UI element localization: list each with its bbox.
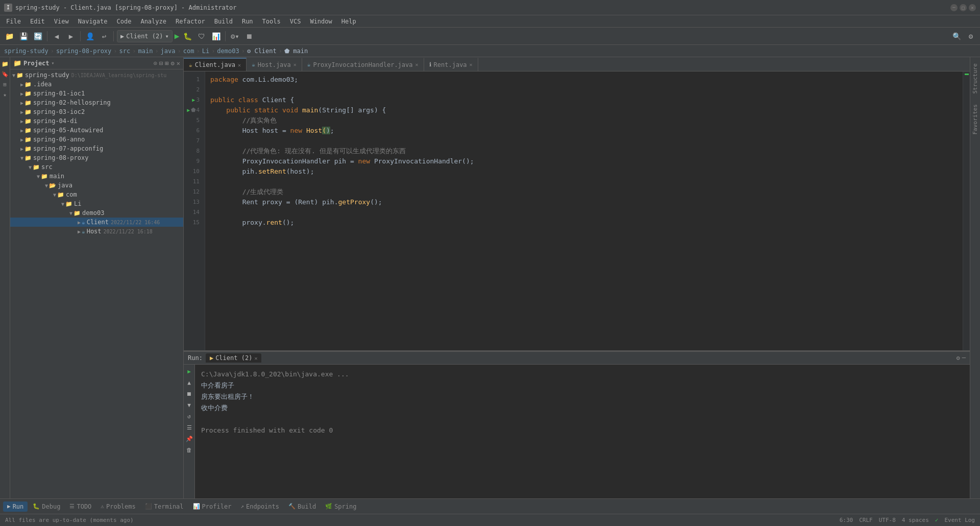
menu-build[interactable]: Build bbox=[210, 17, 237, 26]
breadcrumb-client[interactable]: ⚙ Client bbox=[247, 47, 277, 55]
menu-file[interactable]: File bbox=[2, 17, 25, 26]
toolbar-sync-button[interactable]: 🔄 bbox=[32, 30, 44, 42]
toolbar-back-button[interactable]: ◀ bbox=[51, 30, 63, 42]
project-close-icon[interactable]: ✕ bbox=[177, 60, 180, 67]
toolbar-save-button[interactable]: 💾 bbox=[17, 30, 30, 42]
bottom-tab-spring[interactable]: 🌿 Spring bbox=[321, 501, 360, 512]
project-icon[interactable]: 📁 bbox=[1, 59, 10, 68]
tree-item-demo03[interactable]: ▼ 📁 demo03 bbox=[10, 208, 183, 218]
tab-host-java[interactable]: ☕ Host.java ✕ bbox=[247, 58, 302, 71]
toolbar-undo-button[interactable]: ↩ bbox=[98, 30, 110, 42]
menu-analyze[interactable]: Analyze bbox=[136, 17, 170, 26]
run-run-button[interactable]: ▶ bbox=[185, 367, 194, 376]
breadcrumb-src[interactable]: src bbox=[119, 47, 131, 55]
tree-item-host[interactable]: ▶ ☕ Host 2022/11/22 16:18 bbox=[10, 227, 183, 236]
menu-help[interactable]: Help bbox=[337, 17, 360, 26]
menu-refactor[interactable]: Refactor bbox=[172, 17, 209, 26]
run-settings-icon[interactable]: ⚙ bbox=[957, 354, 960, 362]
favorites-label[interactable]: Favorites bbox=[971, 100, 979, 139]
status-line-ending[interactable]: CRLF bbox=[859, 517, 873, 523]
tree-item-spring-01[interactable]: ▶ 📁 spring-01-ioc1 bbox=[10, 89, 183, 98]
breadcrumb-spring-08-proxy[interactable]: spring-08-proxy bbox=[56, 47, 111, 55]
breadcrumb-main[interactable]: main bbox=[138, 47, 153, 55]
bottom-tab-todo[interactable]: ☰ TODO bbox=[65, 501, 95, 512]
run-pin-button[interactable]: 📌 bbox=[185, 434, 194, 443]
tree-item-spring-06[interactable]: ▶ 📁 spring-06-anno bbox=[10, 135, 183, 144]
tree-item-main-folder[interactable]: ▼ 📁 main bbox=[10, 172, 183, 181]
breadcrumb-spring-study[interactable]: spring-study bbox=[4, 47, 48, 55]
tab-proxy-java[interactable]: ☕ ProxyInvocationHandler.java ✕ bbox=[302, 58, 424, 71]
tree-item-java[interactable]: ▼ 📂 java bbox=[10, 181, 183, 190]
run-button[interactable]: ▶ bbox=[175, 31, 180, 41]
menu-navigate[interactable]: Navigate bbox=[74, 17, 112, 26]
code-editor[interactable]: 1 2 ▶3 ▶⬟4 5 6 7 8 9 10 11 12 13 14 15 bbox=[184, 71, 970, 350]
structure-label[interactable]: Structure bbox=[971, 59, 979, 98]
menu-run[interactable]: Run bbox=[238, 17, 257, 26]
bookmark-icon[interactable]: 🔖 bbox=[1, 69, 10, 79]
tree-item-spring-05[interactable]: ▶ 📁 spring-05-Autowired bbox=[10, 126, 183, 135]
run-scroll-down[interactable]: ▼ bbox=[185, 400, 194, 410]
profile-button[interactable]: 📊 bbox=[210, 30, 222, 42]
tree-item-spring-07[interactable]: ▶ 📁 spring-07-appconfig bbox=[10, 144, 183, 153]
tab-rent-close[interactable]: ✕ bbox=[470, 62, 473, 67]
bottom-tab-endpoints[interactable]: ↗ Endpoints bbox=[236, 501, 283, 512]
breadcrumb-li[interactable]: Li bbox=[202, 47, 209, 55]
code-content[interactable]: package com.Li.demo03; public class Clie… bbox=[205, 71, 963, 350]
toolbar-dropdown2[interactable]: ⚙▾ bbox=[229, 30, 241, 42]
tab-host-close[interactable]: ✕ bbox=[293, 62, 297, 67]
tree-item-spring-03[interactable]: ▶ 📁 spring-03-ioc2 bbox=[10, 107, 183, 116]
menu-vcs[interactable]: VCS bbox=[286, 17, 305, 26]
tree-item-client[interactable]: ▶ ☕ Client 2022/11/22 16:46 bbox=[10, 218, 183, 227]
bottom-tab-run[interactable]: ▶ Run bbox=[3, 501, 28, 512]
run-rerun-button[interactable]: ↺ bbox=[185, 412, 194, 421]
tree-item-li[interactable]: ▼ 📁 Li bbox=[10, 199, 183, 208]
menu-code[interactable]: Code bbox=[113, 17, 136, 26]
menu-edit[interactable]: Edit bbox=[26, 17, 49, 26]
bottom-tab-problems[interactable]: ⚠ Problems bbox=[96, 501, 139, 512]
tree-item-spring-study[interactable]: ▼ 📁 spring-study D:\IDEAJAVA_learning\sp… bbox=[10, 70, 183, 80]
status-position[interactable]: 6:30 bbox=[840, 517, 853, 523]
menu-tools[interactable]: Tools bbox=[258, 17, 285, 26]
status-event-log[interactable]: Event Log bbox=[944, 517, 975, 523]
tab-rent-java[interactable]: ℹ Rent.java ✕ bbox=[424, 58, 478, 71]
run-minimize-icon[interactable]: ─ bbox=[962, 354, 966, 362]
run-config-dropdown[interactable]: ▶ Client (2) ▾ bbox=[117, 30, 173, 42]
bottom-tab-profiler[interactable]: 📊 Profiler bbox=[189, 501, 236, 512]
run-scroll-up[interactable]: ▲ bbox=[185, 378, 194, 387]
breadcrumb-main-method[interactable]: ⬟ main bbox=[284, 47, 308, 55]
run-stop-button[interactable]: ⏹ bbox=[185, 389, 194, 398]
run-tab-client[interactable]: ▶ Client (2) ✕ bbox=[206, 353, 262, 363]
bottom-tab-debug[interactable]: 🐛 Debug bbox=[29, 501, 64, 512]
collapse-icon[interactable]: ⊟ bbox=[159, 60, 163, 67]
structure-icon[interactable]: ⊞ bbox=[1, 80, 10, 89]
status-encoding[interactable]: UTF-8 bbox=[879, 517, 896, 523]
toolbar-forward-button[interactable]: ▶ bbox=[65, 30, 77, 42]
tree-item-spring-04[interactable]: ▶ 📁 spring-04-di bbox=[10, 116, 183, 126]
stop-button[interactable]: ⏹ bbox=[243, 30, 255, 42]
tree-item-src[interactable]: ▼ 📁 src bbox=[10, 162, 183, 172]
search-everywhere-button[interactable]: 🔍 bbox=[950, 30, 963, 42]
tree-item-idea[interactable]: ▶ 📁 .idea bbox=[10, 80, 183, 89]
bottom-tab-build[interactable]: 🔨 Build bbox=[284, 501, 320, 512]
project-settings-icon[interactable]: ⚙ bbox=[171, 60, 175, 67]
menu-window[interactable]: Window bbox=[306, 17, 336, 26]
debug-button[interactable]: 🐛 bbox=[181, 30, 193, 42]
tab-client-java[interactable]: ☕ Client.java ✕ bbox=[184, 58, 247, 71]
toolbar-user-button[interactable]: 👤 bbox=[84, 30, 96, 42]
toolbar-open-button[interactable]: 📁 bbox=[3, 30, 15, 42]
close-button[interactable]: ✕ bbox=[969, 4, 976, 11]
bottom-tab-terminal[interactable]: ⬛ Terminal bbox=[141, 501, 188, 512]
maximize-button[interactable]: □ bbox=[960, 4, 967, 11]
breadcrumb-demo03[interactable]: demo03 bbox=[217, 47, 239, 55]
menu-view[interactable]: View bbox=[50, 17, 73, 26]
tree-item-spring-08[interactable]: ▼ 📁 spring-08-proxy bbox=[10, 153, 183, 162]
coverage-button[interactable]: 🛡 bbox=[195, 30, 208, 42]
favorites-icon[interactable]: ★ bbox=[1, 90, 10, 99]
status-indent[interactable]: 4 spaces bbox=[902, 517, 929, 523]
minimize-button[interactable]: ─ bbox=[950, 4, 958, 11]
tree-item-com[interactable]: ▼ 📁 com bbox=[10, 190, 183, 199]
expand-icon[interactable]: ⊞ bbox=[165, 60, 168, 67]
project-dropdown-icon[interactable]: ▾ bbox=[52, 60, 55, 66]
settings-button[interactable]: ⚙ bbox=[965, 30, 977, 42]
tab-proxy-close[interactable]: ✕ bbox=[415, 62, 419, 67]
